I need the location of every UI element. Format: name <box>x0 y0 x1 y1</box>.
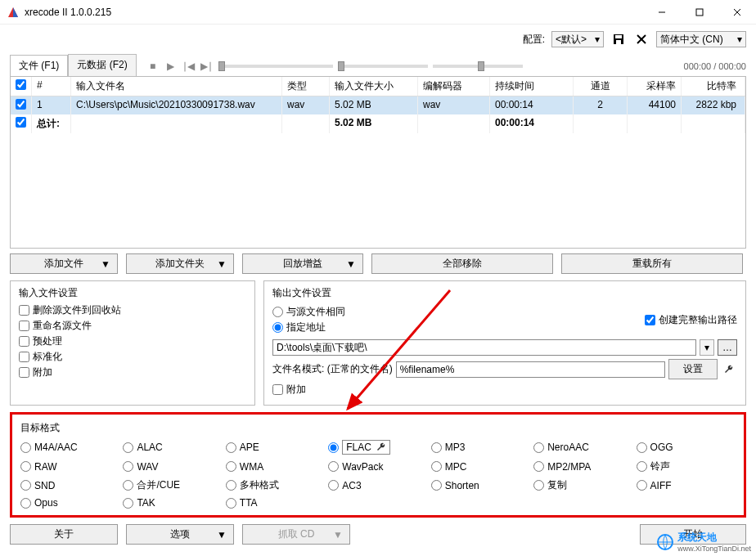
wrench-icon[interactable] <box>376 442 386 452</box>
format-ape[interactable]: APE <box>226 440 325 455</box>
col-checkbox[interactable] <box>11 77 32 96</box>
col-br[interactable]: 比特率 <box>682 77 745 96</box>
format-ac3[interactable]: AC3 <box>328 478 427 492</box>
format-radio[interactable] <box>226 480 236 491</box>
format-wav[interactable]: WAV <box>123 460 222 473</box>
path-history-dropdown[interactable]: ▾ <box>700 339 714 356</box>
seek-slider[interactable] <box>218 65 333 68</box>
about-button[interactable]: 关于 <box>10 524 118 545</box>
format-radio[interactable] <box>20 461 31 472</box>
format-radio[interactable] <box>20 498 31 509</box>
stop-button[interactable]: ■ <box>146 60 160 73</box>
add-file-button[interactable]: 添加文件▼ <box>10 253 118 274</box>
format-radio[interactable] <box>20 442 31 453</box>
config-select[interactable]: <默认> ▾ <box>551 31 604 47</box>
format-radio[interactable] <box>431 461 442 472</box>
attach-output-checkbox[interactable] <box>272 384 283 395</box>
format-m4aaac[interactable]: M4A/AAC <box>20 440 119 455</box>
format-radio[interactable] <box>123 461 133 472</box>
minimize-button[interactable] <box>643 0 681 25</box>
col-type[interactable]: 类型 <box>282 77 330 96</box>
col-num[interactable]: # <box>32 77 71 96</box>
save-config-button[interactable] <box>610 31 627 47</box>
format-ogg[interactable]: OGG <box>637 440 736 455</box>
format-flac[interactable]: FLAC <box>328 440 427 455</box>
format-alac[interactable]: ALAC <box>123 440 222 455</box>
format-[interactable]: 铃声 <box>637 460 736 473</box>
format-tta[interactable]: TTA <box>226 497 325 509</box>
format-neroaac[interactable]: NeroAAC <box>533 440 632 455</box>
format-mp2mpa[interactable]: MP2/MPA <box>533 460 632 473</box>
volume-slider[interactable] <box>338 65 428 68</box>
table-row[interactable]: 1 C:\Users\pc\Music\20210330091738.wav w… <box>11 96 745 114</box>
replay-gain-button[interactable]: 回放增益▼ <box>242 253 363 274</box>
format-radio[interactable] <box>328 442 339 453</box>
language-select[interactable]: 简体中文 (CN) ▾ <box>656 31 746 47</box>
table-body[interactable]: 1 C:\Users\pc\Music\20210330091738.wav w… <box>11 96 745 248</box>
maximize-button[interactable] <box>681 0 718 25</box>
format-mpc[interactable]: MPC <box>431 460 530 473</box>
delete-to-recycle-checkbox[interactable] <box>19 305 29 316</box>
format-radio[interactable] <box>123 480 133 491</box>
format-wavpack[interactable]: WavPack <box>328 460 427 473</box>
format-radio[interactable] <box>20 480 31 491</box>
row-checkbox[interactable] <box>16 117 26 128</box>
format-[interactable]: 复制 <box>533 478 632 492</box>
reload-all-button[interactable]: 重载所有 <box>561 253 743 274</box>
specify-path-radio[interactable] <box>272 322 283 333</box>
format-opus[interactable]: Opus <box>20 497 119 509</box>
format-radio[interactable] <box>226 442 236 453</box>
next-button[interactable]: ▶∣ <box>200 60 214 73</box>
format-aiff[interactable]: AIFF <box>637 478 736 492</box>
format-radio[interactable] <box>328 480 339 491</box>
format-raw[interactable]: RAW <box>20 460 119 473</box>
col-ch[interactable]: 通道 <box>574 77 628 96</box>
format-cue[interactable]: 合并/CUE <box>123 478 222 492</box>
col-name[interactable]: 输入文件名 <box>71 77 282 96</box>
format-radio[interactable] <box>533 480 544 491</box>
options-button[interactable]: 选项▼ <box>126 524 234 545</box>
same-as-source-radio[interactable] <box>272 307 283 317</box>
tab-files[interactable]: 文件 (F1) <box>10 55 68 77</box>
format-radio[interactable] <box>328 461 339 472</box>
format-radio[interactable] <box>431 442 442 453</box>
balance-slider[interactable] <box>433 65 523 68</box>
format-radio[interactable] <box>123 498 133 509</box>
format-shorten[interactable]: Shorten <box>431 478 530 492</box>
preprocess-checkbox[interactable] <box>19 336 29 347</box>
format-[interactable]: 多种格式 <box>226 478 325 492</box>
format-radio[interactable] <box>123 442 133 453</box>
prev-button[interactable]: ∣◀ <box>182 60 196 73</box>
format-radio[interactable] <box>431 480 442 491</box>
format-wma[interactable]: WMA <box>226 460 325 473</box>
format-radio[interactable] <box>637 480 647 491</box>
add-folder-button[interactable]: 添加文件夹▼ <box>126 253 234 274</box>
format-radio[interactable] <box>637 461 647 472</box>
browse-button[interactable]: … <box>718 339 737 356</box>
format-radio[interactable] <box>226 461 236 472</box>
play-button[interactable]: ▶ <box>164 60 178 73</box>
pattern-settings-button[interactable]: 设置 <box>668 359 718 379</box>
close-button[interactable] <box>718 0 756 25</box>
format-snd[interactable]: SND <box>20 478 119 492</box>
tab-metadata[interactable]: 元数据 (F2) <box>68 54 136 76</box>
format-radio[interactable] <box>226 498 236 509</box>
col-dur[interactable]: 持续时间 <box>490 77 574 96</box>
attach-input-checkbox[interactable] <box>19 367 29 378</box>
format-radio[interactable] <box>533 461 544 472</box>
filename-pattern-input[interactable] <box>396 361 665 378</box>
col-size[interactable]: 输入文件大小 <box>330 77 418 96</box>
rename-source-checkbox[interactable] <box>19 321 29 331</box>
create-full-path-checkbox[interactable] <box>645 315 655 325</box>
rip-cd-button[interactable]: 抓取 CD▼ <box>242 524 350 545</box>
format-radio[interactable] <box>533 442 544 453</box>
format-tak[interactable]: TAK <box>123 497 222 509</box>
format-radio[interactable] <box>637 442 647 453</box>
normalize-checkbox[interactable] <box>19 352 29 362</box>
remove-all-button[interactable]: 全部移除 <box>371 253 553 274</box>
col-sr[interactable]: 采样率 <box>628 77 682 96</box>
delete-config-button[interactable] <box>633 31 650 47</box>
format-mp3[interactable]: MP3 <box>431 440 530 455</box>
row-checkbox[interactable] <box>16 99 26 110</box>
output-path-input[interactable] <box>272 339 696 356</box>
